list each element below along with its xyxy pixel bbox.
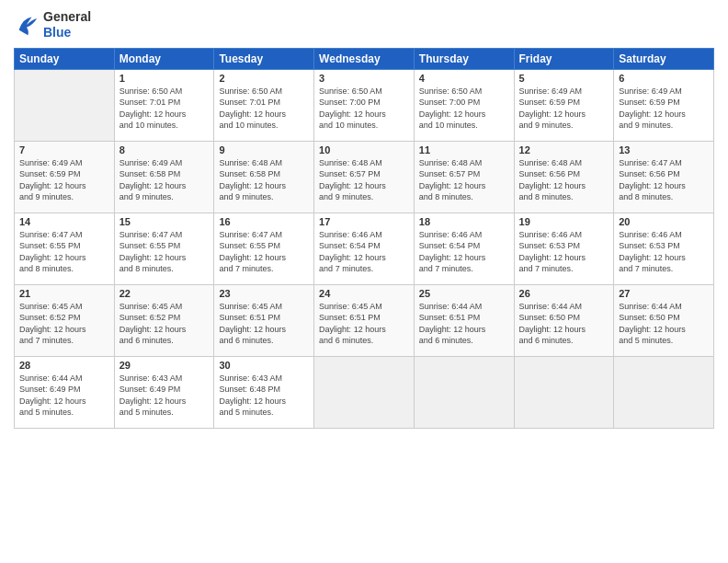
- day-info: Sunrise: 6:47 AMSunset: 6:56 PMDaylight:…: [619, 157, 709, 203]
- day-number: 9: [219, 144, 309, 155]
- day-info: Sunrise: 6:50 AMSunset: 7:00 PMDaylight:…: [419, 86, 509, 132]
- calendar-cell-w3-d6: 27Sunrise: 6:44 AMSunset: 6:50 PMDayligh…: [614, 284, 714, 356]
- day-number: 13: [619, 144, 709, 155]
- day-info: Sunrise: 6:46 AMSunset: 6:53 PMDaylight:…: [519, 229, 609, 275]
- day-info: Sunrise: 6:46 AMSunset: 6:54 PMDaylight:…: [419, 229, 509, 275]
- calendar-cell-w3-d1: 22Sunrise: 6:45 AMSunset: 6:52 PMDayligh…: [114, 284, 214, 356]
- day-number: 7: [19, 144, 109, 155]
- day-info: Sunrise: 6:48 AMSunset: 6:58 PMDaylight:…: [219, 157, 309, 203]
- weekday-header-saturday: Saturday: [614, 48, 714, 69]
- day-info: Sunrise: 6:50 AMSunset: 7:01 PMDaylight:…: [119, 86, 210, 132]
- calendar-cell-w0-d2: 2Sunrise: 6:50 AMSunset: 7:01 PMDaylight…: [214, 69, 314, 141]
- day-info: Sunrise: 6:45 AMSunset: 6:52 PMDaylight:…: [19, 301, 109, 347]
- calendar-cell-w1-d5: 12Sunrise: 6:48 AMSunset: 6:56 PMDayligh…: [514, 141, 614, 213]
- calendar-cell-w1-d2: 9Sunrise: 6:48 AMSunset: 6:58 PMDaylight…: [214, 141, 314, 213]
- day-number: 17: [319, 216, 409, 227]
- day-number: 12: [519, 144, 609, 155]
- day-info: Sunrise: 6:44 AMSunset: 6:50 PMDaylight:…: [519, 301, 609, 347]
- day-number: 2: [219, 73, 309, 84]
- day-number: 14: [19, 216, 109, 227]
- calendar-cell-w0-d6: 6Sunrise: 6:49 AMSunset: 6:59 PMDaylight…: [614, 69, 714, 141]
- weekday-header-sunday: Sunday: [15, 48, 115, 69]
- weekday-header-thursday: Thursday: [414, 48, 514, 69]
- weekday-header-tuesday: Tuesday: [214, 48, 314, 69]
- calendar-cell-w4-d4: [414, 356, 514, 428]
- calendar-cell-w4-d2: 30Sunrise: 6:43 AMSunset: 6:48 PMDayligh…: [214, 356, 314, 428]
- calendar-cell-w0-d5: 5Sunrise: 6:49 AMSunset: 6:59 PMDaylight…: [514, 69, 614, 141]
- calendar-cell-w0-d4: 4Sunrise: 6:50 AMSunset: 7:00 PMDaylight…: [414, 69, 514, 141]
- day-info: Sunrise: 6:47 AMSunset: 6:55 PMDaylight:…: [19, 229, 109, 275]
- logo: General Blue: [14, 9, 91, 40]
- day-info: Sunrise: 6:46 AMSunset: 6:54 PMDaylight:…: [319, 229, 409, 275]
- day-number: 28: [19, 360, 109, 371]
- day-number: 3: [319, 73, 409, 84]
- day-info: Sunrise: 6:50 AMSunset: 7:01 PMDaylight:…: [219, 86, 309, 132]
- day-number: 8: [119, 144, 210, 155]
- day-number: 22: [119, 288, 210, 299]
- calendar-cell-w3-d4: 25Sunrise: 6:44 AMSunset: 6:51 PMDayligh…: [414, 284, 514, 356]
- day-info: Sunrise: 6:49 AMSunset: 6:59 PMDaylight:…: [19, 157, 109, 203]
- calendar-cell-w0-d0: [15, 69, 115, 141]
- day-info: Sunrise: 6:49 AMSunset: 6:59 PMDaylight:…: [619, 86, 709, 132]
- day-info: Sunrise: 6:44 AMSunset: 6:51 PMDaylight:…: [419, 301, 509, 347]
- calendar-cell-w2-d4: 18Sunrise: 6:46 AMSunset: 6:54 PMDayligh…: [414, 213, 514, 284]
- calendar-cell-w3-d0: 21Sunrise: 6:45 AMSunset: 6:52 PMDayligh…: [15, 284, 115, 356]
- calendar-cell-w4-d1: 29Sunrise: 6:43 AMSunset: 6:49 PMDayligh…: [114, 356, 214, 428]
- calendar-table: SundayMondayTuesdayWednesdayThursdayFrid…: [14, 48, 714, 429]
- day-number: 1: [119, 73, 210, 84]
- day-number: 23: [219, 288, 309, 299]
- day-number: 30: [219, 360, 309, 371]
- calendar-cell-w2-d2: 16Sunrise: 6:47 AMSunset: 6:55 PMDayligh…: [214, 213, 314, 284]
- logo-bird-icon: [14, 12, 40, 38]
- day-info: Sunrise: 6:48 AMSunset: 6:57 PMDaylight:…: [419, 157, 509, 203]
- calendar-cell-w2-d0: 14Sunrise: 6:47 AMSunset: 6:55 PMDayligh…: [15, 213, 115, 284]
- calendar-cell-w3-d2: 23Sunrise: 6:45 AMSunset: 6:51 PMDayligh…: [214, 284, 314, 356]
- day-info: Sunrise: 6:46 AMSunset: 6:53 PMDaylight:…: [619, 229, 709, 275]
- calendar-cell-w3-d5: 26Sunrise: 6:44 AMSunset: 6:50 PMDayligh…: [514, 284, 614, 356]
- day-number: 19: [519, 216, 609, 227]
- day-number: 24: [319, 288, 409, 299]
- calendar-cell-w4-d3: [314, 356, 415, 428]
- calendar-cell-w1-d4: 11Sunrise: 6:48 AMSunset: 6:57 PMDayligh…: [414, 141, 514, 213]
- calendar-cell-w2-d3: 17Sunrise: 6:46 AMSunset: 6:54 PMDayligh…: [314, 213, 415, 284]
- day-info: Sunrise: 6:45 AMSunset: 6:51 PMDaylight:…: [319, 301, 409, 347]
- day-number: 16: [219, 216, 309, 227]
- day-info: Sunrise: 6:47 AMSunset: 6:55 PMDaylight:…: [119, 229, 210, 275]
- day-number: 27: [619, 288, 709, 299]
- day-number: 29: [119, 360, 210, 371]
- calendar-cell-w2-d5: 19Sunrise: 6:46 AMSunset: 6:53 PMDayligh…: [514, 213, 614, 284]
- page-header: General Blue: [14, 9, 714, 40]
- day-info: Sunrise: 6:49 AMSunset: 6:59 PMDaylight:…: [519, 86, 609, 132]
- weekday-header-friday: Friday: [514, 48, 614, 69]
- day-number: 25: [419, 288, 509, 299]
- day-number: 15: [119, 216, 210, 227]
- day-info: Sunrise: 6:47 AMSunset: 6:55 PMDaylight:…: [219, 229, 309, 275]
- weekday-header-wednesday: Wednesday: [314, 48, 415, 69]
- day-info: Sunrise: 6:45 AMSunset: 6:52 PMDaylight:…: [119, 301, 210, 347]
- calendar-cell-w2-d1: 15Sunrise: 6:47 AMSunset: 6:55 PMDayligh…: [114, 213, 214, 284]
- day-info: Sunrise: 6:48 AMSunset: 6:56 PMDaylight:…: [519, 157, 609, 203]
- calendar-cell-w3-d3: 24Sunrise: 6:45 AMSunset: 6:51 PMDayligh…: [314, 284, 415, 356]
- day-number: 5: [519, 73, 609, 84]
- weekday-header-monday: Monday: [114, 48, 214, 69]
- calendar-cell-w1-d1: 8Sunrise: 6:49 AMSunset: 6:58 PMDaylight…: [114, 141, 214, 213]
- day-number: 21: [19, 288, 109, 299]
- calendar-cell-w4-d6: [614, 356, 714, 428]
- calendar-cell-w1-d6: 13Sunrise: 6:47 AMSunset: 6:56 PMDayligh…: [614, 141, 714, 213]
- day-info: Sunrise: 6:43 AMSunset: 6:49 PMDaylight:…: [119, 373, 210, 419]
- day-info: Sunrise: 6:44 AMSunset: 6:50 PMDaylight:…: [619, 301, 709, 347]
- calendar-cell-w4-d5: [514, 356, 614, 428]
- logo-text: General Blue: [43, 9, 91, 40]
- calendar-cell-w0-d1: 1Sunrise: 6:50 AMSunset: 7:01 PMDaylight…: [114, 69, 214, 141]
- calendar-cell-w1-d3: 10Sunrise: 6:48 AMSunset: 6:57 PMDayligh…: [314, 141, 415, 213]
- day-number: 11: [419, 144, 509, 155]
- calendar-cell-w4-d0: 28Sunrise: 6:44 AMSunset: 6:49 PMDayligh…: [15, 356, 115, 428]
- day-number: 20: [619, 216, 709, 227]
- calendar-cell-w1-d0: 7Sunrise: 6:49 AMSunset: 6:59 PMDaylight…: [15, 141, 115, 213]
- day-number: 10: [319, 144, 409, 155]
- calendar-cell-w0-d3: 3Sunrise: 6:50 AMSunset: 7:00 PMDaylight…: [314, 69, 415, 141]
- day-info: Sunrise: 6:43 AMSunset: 6:48 PMDaylight:…: [219, 373, 309, 419]
- calendar-cell-w2-d6: 20Sunrise: 6:46 AMSunset: 6:53 PMDayligh…: [614, 213, 714, 284]
- day-info: Sunrise: 6:50 AMSunset: 7:00 PMDaylight:…: [319, 86, 409, 132]
- day-info: Sunrise: 6:44 AMSunset: 6:49 PMDaylight:…: [19, 373, 109, 419]
